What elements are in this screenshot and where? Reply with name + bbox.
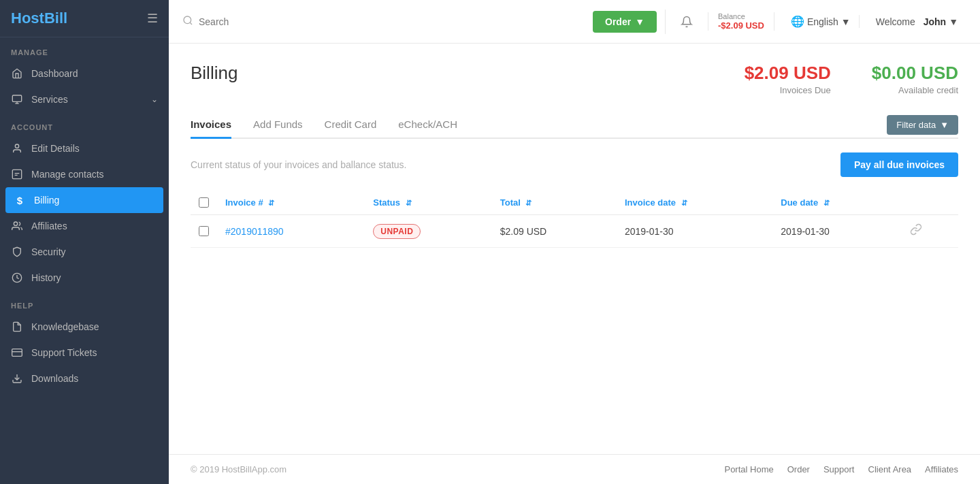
globe-icon: 🌐 [791,15,804,28]
row-invoice-date: 2019-01-30 [617,215,772,248]
sidebar-item-security[interactable]: Security [0,239,169,265]
invoices-due-label: Invoices Due [745,85,831,95]
sidebar-item-edit-details[interactable]: Edit Details [0,135,169,161]
order-button-label: Order [605,16,631,27]
filter-button[interactable]: Filter data ▼ [887,115,958,135]
sidebar-item-dashboard[interactable]: Dashboard [0,61,169,86]
tab-add-funds[interactable]: Add Funds [253,112,303,139]
logo-host: Host [11,10,44,27]
history-icon [11,272,23,284]
invoice-description-text: Current status of your invoices and ball… [191,159,407,170]
svg-rect-7 [12,349,22,357]
sidebar-item-knowledgebase-label: Knowledgebase [31,321,99,332]
invoice-description-row: Current status of your invoices and ball… [191,152,958,177]
sidebar-item-billing[interactable]: $ Billing [5,187,163,213]
billing-header: Billing $2.09 USD Invoices Due $0.00 USD… [191,63,958,95]
row-invoice-num: #2019011890 [217,215,365,248]
table-row: #2019011890 UNPAID $2.09 USD 2019-01-30 … [191,215,958,248]
sidebar-help-section: HELP Knowledgebase Support Tickets Downl… [0,291,169,391]
billing-tabs: Invoices Add Funds Credit Card eCheck/AC… [191,112,958,139]
col-actions [902,191,958,215]
tab-invoices[interactable]: Invoices [191,112,231,139]
download-icon [11,372,23,385]
col-total[interactable]: Total ⇵ [492,191,617,215]
filter-area: Filter data ▼ [887,115,958,135]
row-checkbox[interactable] [199,226,209,236]
lang-chevron-icon: ▼ [841,16,851,27]
search-box [182,15,585,28]
footer-link-portal-home[interactable]: Portal Home [724,464,773,474]
invoice-link[interactable]: #2019011890 [225,226,284,237]
col-due-date[interactable]: Due date ⇵ [772,191,901,215]
sidebar-item-manage-contacts[interactable]: Manage contacts [0,161,169,187]
hamburger-icon[interactable]: ☰ [147,11,158,26]
sidebar-item-services[interactable]: Services ⌄ [0,86,169,112]
welcome-label: Welcome [876,16,915,27]
svg-point-3 [15,144,18,148]
ticket-icon [11,346,23,359]
col-status[interactable]: Status ⇵ [365,191,491,215]
balance-label: Balance [718,12,745,20]
manage-section-label: MANAGE [0,37,169,61]
col-invoice-num[interactable]: Invoice # ⇵ [217,191,365,215]
copyright-text: © 2019 HostBillApp.com [191,464,287,474]
user-name: John [924,16,946,27]
logo: HostBill [11,10,67,27]
table-header-checkbox [191,191,217,215]
row-due-date: 2019-01-30 [772,215,901,248]
sidebar-item-affiliates[interactable]: Affiliates [0,213,169,239]
sort-icon-invoice-date: ⇵ [681,199,687,207]
notifications-button[interactable] [674,16,700,28]
filter-button-label: Filter data [896,120,936,130]
status-badge: UNPAID [373,224,421,239]
footer-link-client-area[interactable]: Client Area [868,464,912,474]
account-section-label: ACCOUNT [0,112,169,135]
row-checkbox-cell [191,215,217,248]
sidebar-item-edit-details-label: Edit Details [31,143,80,154]
sidebar-item-downloads[interactable]: Downloads [0,366,169,391]
billing-stats: $2.09 USD Invoices Due $0.00 USD Availab… [745,63,958,95]
col-invoice-date[interactable]: Invoice date ⇵ [617,191,772,215]
user-chevron-icon: ▼ [949,16,958,27]
home-icon [11,67,23,80]
sort-icon-total: ⇵ [525,199,532,207]
sort-icon-status: ⇵ [406,199,412,207]
order-button[interactable]: Order ▼ [593,11,657,33]
sidebar-item-knowledgebase[interactable]: Knowledgebase [0,314,169,340]
user-icon [11,142,23,155]
page-title: Billing [191,63,238,84]
svg-point-10 [184,16,191,24]
row-link-icon[interactable] [910,225,922,238]
invoices-due-stat: $2.09 USD Invoices Due [745,63,831,95]
invoices-table: Invoice # ⇵ Status ⇵ Total ⇵ Invoice dat… [191,191,958,248]
sidebar-item-support-tickets-label: Support Tickets [31,347,97,358]
footer-link-support[interactable]: Support [823,464,855,474]
sidebar-item-support-tickets[interactable]: Support Tickets [0,340,169,366]
language-selector[interactable]: 🌐 English ▼ [783,15,860,28]
sidebar-account-section: ACCOUNT Edit Details Manage contacts $ B… [0,112,169,291]
help-section-label: HELP [0,291,169,314]
billing-icon: $ [14,194,26,206]
order-chevron-icon: ▼ [635,16,644,27]
chevron-down-icon: ⌄ [151,95,158,104]
sidebar-item-history[interactable]: History [0,265,169,291]
sidebar: HostBill ☰ MANAGE Dashboard Services ⌄ A… [0,0,169,484]
select-all-checkbox[interactable] [199,197,209,208]
content-area: Billing $2.09 USD Invoices Due $0.00 USD… [169,44,980,454]
pay-all-button[interactable]: Pay all due invoices [840,152,958,177]
sidebar-item-security-label: Security [31,246,66,257]
svg-point-5 [14,222,17,225]
search-input[interactable] [199,16,585,27]
user-menu[interactable]: Welcome John ▼ [868,16,966,27]
row-status: UNPAID [365,215,491,248]
language-label: English [807,16,838,27]
sidebar-item-billing-label: Billing [34,195,59,206]
footer-link-order[interactable]: Order [787,464,810,474]
sort-icon-due-date: ⇵ [823,199,830,207]
affiliates-icon [11,220,23,232]
tab-credit-card[interactable]: Credit Card [325,112,377,139]
footer-link-affiliates[interactable]: Affiliates [925,464,958,474]
tab-echeck[interactable]: eCheck/ACH [398,112,457,139]
filter-chevron-icon: ▼ [940,120,949,130]
knowledgebase-icon [11,321,23,333]
